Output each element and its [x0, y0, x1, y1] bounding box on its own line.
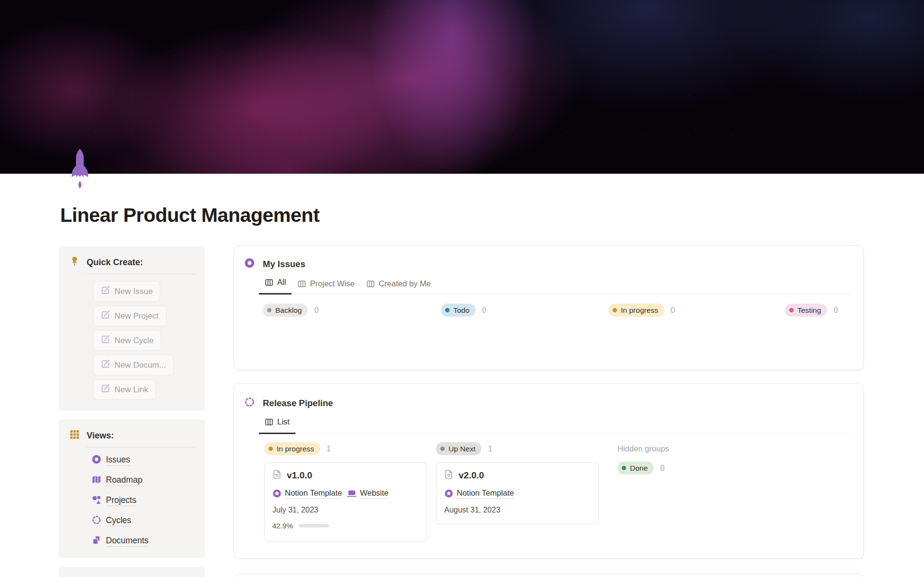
compose-icon [101, 310, 110, 322]
map-icon [91, 474, 102, 487]
group-testing[interactable]: Testing 0 [785, 304, 838, 317]
compose-icon [101, 285, 110, 297]
new-document-button[interactable]: New Docum... [93, 355, 174, 375]
status-pill-testing[interactable]: Testing [785, 304, 827, 317]
view-link-label: Issues [106, 455, 130, 466]
pill-label: Up Next [449, 445, 475, 453]
tab-project-wise[interactable]: Project Wise [292, 276, 360, 295]
pill-label: Backlog [275, 306, 302, 315]
release-card-v1[interactable]: v1.0.0 Notion Template Website July 31, … [264, 462, 427, 541]
compose-icon [101, 384, 110, 396]
button-label: New Cycle [115, 336, 154, 346]
compose-icon [101, 334, 110, 346]
view-link-label: Documents [106, 536, 149, 547]
status-pill-todo[interactable]: Todo [441, 304, 475, 317]
status-pill-up-next[interactable]: Up Next [436, 442, 481, 455]
progress-bar [299, 524, 329, 527]
link-label: Notion Template [285, 488, 342, 499]
divider [87, 447, 195, 448]
status-pill-in-progress[interactable]: In progress [264, 442, 320, 455]
tab-label: All [277, 278, 286, 287]
pill-label: Todo [453, 306, 470, 315]
column-up-next: Up Next 1 v2.0.0 Notion Template August … [436, 442, 599, 524]
new-cycle-button[interactable]: New Cycle [93, 330, 161, 351]
release-title[interactable]: v2.0.0 [459, 470, 484, 481]
group-backlog[interactable]: Backlog 0 [263, 304, 319, 317]
view-link-documents[interactable]: Documents [91, 535, 149, 547]
dashed-circle-icon [91, 515, 102, 527]
hidden-groups-label: Hidden groups [617, 444, 669, 453]
donut-icon [244, 257, 255, 270]
link-label: Notion Template [457, 488, 514, 499]
button-label: New Issue [115, 287, 153, 296]
card-title: My Issues [263, 259, 305, 269]
notion-template-link[interactable]: Notion Template [444, 488, 514, 499]
view-link-issues[interactable]: Issues [91, 454, 130, 466]
laptop-icon [347, 489, 357, 498]
link-label: Website [360, 488, 388, 499]
group-in-progress[interactable]: In progress 0 [608, 304, 675, 317]
board-view-icon [297, 280, 306, 288]
pill-label: In progress [621, 306, 658, 315]
group-count: 0 [482, 306, 487, 315]
button-label: New Docum... [115, 360, 166, 370]
rocket-base [76, 171, 84, 178]
column-header-done[interactable]: Done 0 [617, 462, 669, 474]
views-title: Views: [87, 431, 114, 441]
quick-create-section: Quick Create: New Issue New Project New … [59, 246, 205, 410]
view-link-cycles[interactable]: Cycles [91, 515, 131, 527]
status-dot [440, 447, 445, 451]
pill-label: In progress [277, 445, 314, 453]
group-count: 0 [671, 306, 675, 315]
group-count: 1 [327, 445, 331, 453]
notion-template-link[interactable]: Notion Template [272, 488, 342, 499]
status-dot [267, 308, 271, 312]
my-issues-card: My Issues All Project Wise Created by Me… [233, 245, 864, 370]
status-pill-done[interactable]: Done [617, 462, 654, 474]
board-view-icon [265, 418, 273, 426]
group-count: 0 [314, 306, 319, 315]
release-date: August 31, 2023 [444, 506, 590, 514]
progress-label: 42.9% [272, 522, 293, 530]
new-issue-button[interactable]: New Issue [93, 281, 160, 302]
grid-icon [69, 429, 80, 442]
tab-label: Created by Me [379, 279, 431, 288]
board-view-icon [366, 280, 375, 288]
status-pill-backlog[interactable]: Backlog [263, 304, 308, 317]
view-link-label: Roadmap [106, 475, 142, 486]
teams-section: Teams: [59, 567, 205, 577]
view-link-label: Projects [106, 495, 136, 506]
tab-created-by-me[interactable]: Created by Me [360, 276, 436, 295]
release-pipeline-card: Release Pipeline List In progress 1 v1.0… [233, 383, 864, 559]
sidebar: Quick Create: New Issue New Project New … [59, 246, 205, 577]
rocket-flame [78, 181, 81, 189]
pill-label: Testing [797, 306, 821, 315]
status-dot [789, 308, 794, 312]
dashed-circle-icon [244, 397, 255, 410]
tab-list[interactable]: List [259, 414, 295, 434]
status-dot [445, 308, 449, 312]
release-card-v2[interactable]: v2.0.0 Notion Template August 31, 2023 [436, 462, 599, 524]
my-issues-tabstrip: All Project Wise Created by Me [259, 275, 851, 295]
view-link-roadmap[interactable]: Roadmap [91, 474, 142, 487]
new-project-button[interactable]: New Project [93, 306, 167, 326]
new-link-button[interactable]: New Link [93, 379, 156, 400]
quick-create-title: Quick Create: [87, 257, 143, 268]
button-label: New Link [115, 385, 148, 395]
page-title: Linear Product Management [60, 204, 320, 227]
website-link[interactable]: Website [347, 488, 388, 499]
group-todo[interactable]: Todo 0 [441, 304, 487, 317]
column-header[interactable]: In progress 1 [264, 442, 427, 455]
button-label: New Project [115, 311, 159, 321]
compose-icon [101, 359, 110, 371]
view-link-projects[interactable]: Projects [91, 495, 136, 507]
release-title[interactable]: v1.0.0 [287, 470, 312, 481]
group-count: 1 [488, 445, 492, 453]
page-icon-rocket[interactable] [67, 148, 92, 194]
tab-all[interactable]: All [259, 275, 292, 295]
star-circle-icon [272, 489, 282, 498]
column-header[interactable]: Up Next 1 [436, 442, 599, 455]
status-pill-in-progress[interactable]: In progress [608, 304, 664, 317]
cover-image [0, 0, 924, 174]
status-dot [622, 466, 626, 470]
